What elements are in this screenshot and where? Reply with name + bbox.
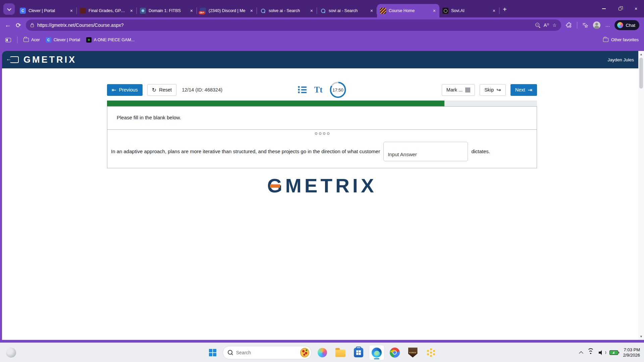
next-button[interactable]: Next ⇥	[511, 84, 537, 96]
other-favorites-button[interactable]: Other favorites	[603, 38, 639, 42]
url-text[interactable]: https://gmetrix.net/Courses/Course.aspx?	[37, 22, 532, 28]
taskbar-microsoft-store[interactable]	[351, 345, 366, 360]
sidebar-icon[interactable]	[5, 38, 11, 42]
taskbar-edge-active[interactable]	[369, 345, 384, 360]
skip-button[interactable]: Skip ↪	[480, 84, 506, 96]
maximize-button[interactable]	[612, 0, 628, 17]
back-button[interactable]: ←	[5, 21, 11, 29]
tab-title: Course Home	[389, 8, 430, 13]
taskbar-file-explorer[interactable]	[333, 345, 348, 360]
answer-input[interactable]	[383, 142, 468, 161]
tab-title: (2340) Discord | Me	[209, 8, 247, 13]
read-aloud-icon[interactable]: A⁾⁾	[544, 22, 549, 28]
minimize-button[interactable]	[596, 0, 612, 17]
question-prompt-box: Please fill in the blank below.	[107, 106, 537, 130]
reset-icon: ↻	[152, 87, 156, 93]
next-icon: ⇥	[528, 87, 532, 93]
extensions-puzzle-icon[interactable]	[566, 22, 572, 28]
logo-letter-g: G	[267, 174, 285, 197]
taskbar-copilot[interactable]	[315, 345, 330, 360]
settings-more-icon[interactable]: …	[605, 22, 610, 28]
notification-badge: 2k+	[199, 11, 205, 14]
progress-fill	[107, 101, 444, 106]
search-icon	[260, 8, 266, 14]
scrollbar-thumb[interactable]	[639, 58, 643, 88]
chat-label: Chat	[626, 23, 635, 28]
game-icon	[86, 37, 92, 43]
tab-discord[interactable]: 2k+ (2340) Discord | Me ×	[197, 4, 257, 17]
page-scrollbar[interactable]: ▲ ▼	[638, 51, 644, 340]
close-icon[interactable]: ×	[129, 8, 133, 13]
walmart-spark-icon	[430, 352, 432, 354]
tab-search-dropdown-button[interactable]	[3, 3, 15, 15]
previous-label: Previous	[119, 87, 138, 93]
scroll-up-icon[interactable]: ▲	[640, 51, 643, 58]
fill-blank-sentence: In an adaptive approach, plans are more …	[107, 135, 537, 168]
tab-course-home-active[interactable]: Course Home ×	[377, 4, 439, 17]
taskbar-search-input[interactable]	[236, 350, 297, 355]
tab-clever-portal[interactable]: C Clever | Portal ×	[17, 4, 76, 17]
tab-title: Final Grades, GPA, &	[89, 8, 127, 13]
timer-value: 17:50	[331, 83, 345, 97]
question-prompt: Please fill in the blank below.	[117, 115, 181, 120]
tray-app-icon[interactable]	[6, 348, 16, 358]
tab-title: sovi ai - Search	[329, 8, 367, 13]
clever-icon: C	[20, 8, 26, 14]
other-favorites-label: Other favorites	[611, 38, 639, 42]
favorite-clever-portal[interactable]: C Clever | Portal	[46, 37, 80, 43]
close-icon[interactable]: ×	[432, 8, 436, 13]
taskbar-walmart[interactable]	[424, 345, 438, 360]
scroll-down-icon[interactable]: ▼	[640, 333, 643, 340]
tab-final-grades[interactable]: Final Grades, GPA, & ×	[77, 4, 137, 17]
new-tab-button[interactable]: +	[503, 6, 507, 13]
favorite-one-piece-game[interactable]: A ONE PIECE GAM...	[86, 37, 135, 43]
file-explorer-icon	[335, 350, 345, 357]
wifi-icon[interactable]	[587, 350, 594, 355]
pizza-emoji-icon	[300, 348, 309, 357]
sentence-after: dictates.	[471, 148, 490, 154]
close-icon[interactable]: ×	[310, 8, 314, 13]
domain-icon	[140, 8, 146, 14]
speaker-icon[interactable]	[599, 350, 605, 355]
refresh-button[interactable]: ⟳	[16, 21, 21, 29]
copilot-chat-button[interactable]: Chat	[614, 20, 639, 30]
mark-square-icon	[465, 87, 470, 93]
user-name: Jayden Jules	[607, 57, 634, 62]
close-icon[interactable]: ×	[190, 8, 194, 13]
tab-domain-1-fitbs[interactable]: Domain 1: FITBS ×	[137, 4, 197, 17]
favorite-acer[interactable]: Acer	[23, 38, 40, 42]
favorites-list-icon[interactable]	[582, 22, 588, 28]
taskbar-chrome[interactable]	[387, 345, 402, 360]
taskbar-search[interactable]	[223, 346, 312, 359]
start-button[interactable]	[206, 346, 219, 359]
favorite-star-icon[interactable]: ☆	[552, 22, 557, 28]
address-bar[interactable]: https://gmetrix.net/Courses/Course.aspx?…	[26, 19, 561, 31]
previous-button[interactable]: ⇤ Previous	[107, 84, 143, 96]
tab-sovi-ai-search[interactable]: sovi ai - Search ×	[317, 4, 377, 17]
tab-sovi-ai[interactable]: Sovi.AI ×	[439, 4, 499, 17]
profile-avatar[interactable]	[593, 21, 600, 29]
mark-button[interactable]: Mark ...	[442, 84, 475, 96]
zoom-out-icon[interactable]	[535, 23, 540, 28]
discord-icon: 2k+	[200, 8, 206, 14]
close-icon[interactable]: ×	[69, 8, 73, 13]
close-icon[interactable]: ×	[250, 8, 254, 13]
system-tray: 7:03 PM 2/9/2026	[580, 347, 640, 358]
gmetrix-header: GMETRIX Jayden Jules	[2, 51, 642, 68]
text-size-icon[interactable]: Tt	[314, 85, 323, 95]
tray-chevron-up-icon[interactable]	[579, 351, 584, 356]
question-list-icon[interactable]	[298, 86, 307, 94]
tab-solve-ai-search[interactable]: solve ai - Search ×	[257, 4, 317, 17]
tray-clock[interactable]: 7:03 PM 2/9/2026	[623, 347, 640, 358]
favorite-label: Acer	[31, 38, 40, 42]
search-icon	[228, 350, 233, 355]
close-window-button[interactable]: ×	[628, 0, 644, 17]
close-icon[interactable]: ×	[370, 8, 374, 13]
exit-course-icon[interactable]	[10, 56, 19, 63]
battery-icon[interactable]	[609, 350, 618, 355]
taskbar-forge-of-empires[interactable]: FORGE	[406, 345, 420, 360]
close-icon[interactable]: ×	[492, 8, 496, 13]
drag-handle-dots[interactable]	[107, 132, 537, 135]
chevron-down-icon	[7, 6, 11, 11]
reset-button[interactable]: ↻ Reset	[147, 84, 176, 96]
